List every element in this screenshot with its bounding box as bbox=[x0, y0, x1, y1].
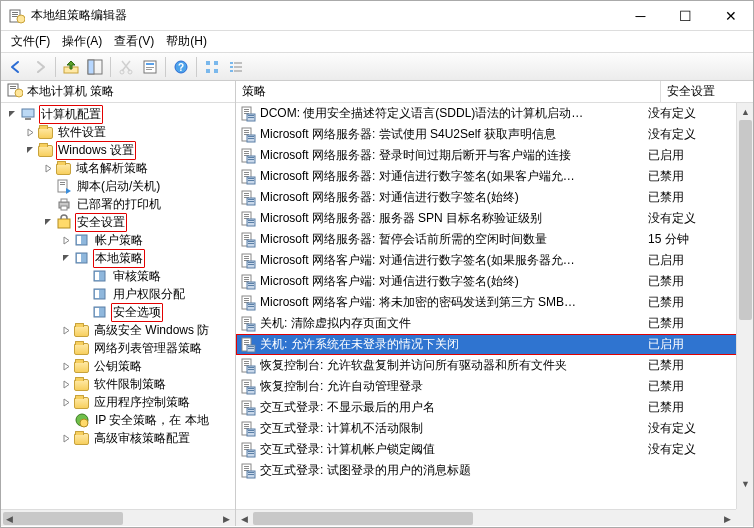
svg-rect-23 bbox=[234, 66, 242, 68]
view-icons-button[interactable] bbox=[201, 56, 223, 78]
scroll-right-icon[interactable]: ▶ bbox=[719, 510, 736, 526]
column-setting[interactable]: 安全设置 bbox=[661, 81, 753, 103]
tree-pubkey[interactable]: 公钥策略 bbox=[92, 357, 144, 376]
view-list-button[interactable] bbox=[225, 56, 247, 78]
policy-setting: 已禁用 bbox=[644, 273, 736, 290]
tree-security-options[interactable]: 安全选项 bbox=[111, 303, 163, 322]
expand-icon[interactable] bbox=[23, 146, 37, 155]
tree-dns[interactable]: 域名解析策略 bbox=[74, 159, 150, 178]
list-vert-scrollbar[interactable]: ▲ ▼ bbox=[736, 103, 753, 509]
policy-setting: 已启用 bbox=[644, 336, 736, 353]
list-row[interactable]: 交互式登录: 试图登录的用户的消息标题 bbox=[236, 460, 753, 481]
list-body[interactable]: DCOM: 使用安全描述符定义语言(SDDL)语法的计算机启动…没有定义Micr… bbox=[236, 103, 753, 509]
collapse-icon[interactable] bbox=[23, 128, 37, 137]
list-row[interactable]: Microsoft 网络服务器: 暂停会话前所需的空闲时间数量15 分钟 bbox=[236, 229, 753, 250]
list-row[interactable]: DCOM: 使用安全描述符定义语言(SDDL)语法的计算机启动…没有定义 bbox=[236, 103, 753, 124]
list-row[interactable]: Microsoft 网络客户端: 对通信进行数字签名(始终)已禁用 bbox=[236, 271, 753, 292]
list-row[interactable]: Microsoft 网络服务器: 尝试使用 S4U2Self 获取声明信息没有定… bbox=[236, 124, 753, 145]
policy-name: 关机: 允许系统在未登录的情况下关闭 bbox=[260, 336, 644, 353]
tree-appctrl[interactable]: 应用程序控制策略 bbox=[92, 393, 192, 412]
policy-item-icon bbox=[240, 379, 256, 395]
close-button[interactable]: ✕ bbox=[708, 1, 753, 30]
list-row[interactable]: Microsoft 网络客户端: 对通信进行数字签名(如果服务器允…已启用 bbox=[236, 250, 753, 271]
tree-rights[interactable]: 用户权限分配 bbox=[111, 285, 187, 304]
collapse-icon[interactable] bbox=[41, 164, 55, 173]
tree-netlist[interactable]: 网络列表管理器策略 bbox=[92, 339, 204, 358]
collapse-icon[interactable] bbox=[59, 398, 73, 407]
menu-view[interactable]: 查看(V) bbox=[108, 33, 160, 50]
policy-name: 交互式登录: 计算机帐户锁定阈值 bbox=[260, 441, 644, 458]
list-row[interactable]: Microsoft 网络服务器: 登录时间过期后断开与客户端的连接已启用 bbox=[236, 145, 753, 166]
collapse-icon[interactable] bbox=[59, 236, 73, 245]
tree-body[interactable]: 计算机配置 软件设置 Windows 设置 域名解析策略 · 脚本(启动/关机) bbox=[1, 103, 235, 509]
svg-rect-108 bbox=[244, 277, 249, 278]
tree-audit[interactable]: 审核策略 bbox=[111, 267, 163, 286]
policy-setting: 没有定义 bbox=[644, 210, 736, 227]
expand-icon[interactable] bbox=[59, 254, 73, 263]
collapse-icon[interactable] bbox=[59, 326, 73, 335]
tree-computer-config[interactable]: 计算机配置 bbox=[39, 105, 103, 124]
cut-button bbox=[115, 56, 137, 78]
computer-icon bbox=[20, 106, 36, 122]
tree-ipsec[interactable]: IP 安全策略，在 本地 bbox=[93, 411, 211, 430]
list-row[interactable]: 恢复控制台: 允许自动管理登录已禁用 bbox=[236, 376, 753, 397]
menu-help[interactable]: 帮助(H) bbox=[160, 33, 213, 50]
tree-account[interactable]: 帐户策略 bbox=[93, 231, 145, 250]
menu-file[interactable]: 文件(F) bbox=[5, 33, 56, 50]
tree-horiz-scrollbar[interactable]: ◀ ▶ bbox=[1, 509, 235, 526]
scroll-left-icon[interactable]: ◀ bbox=[1, 510, 18, 527]
list-pane: 策略 安全设置 DCOM: 使用安全描述符定义语言(SDDL)语法的计算机启动…… bbox=[236, 81, 753, 526]
policy-setting: 已启用 bbox=[644, 252, 736, 269]
maximize-button[interactable]: ☐ bbox=[663, 1, 708, 30]
collapse-icon[interactable] bbox=[59, 380, 73, 389]
tree-advwin[interactable]: 高级安全 Windows 防 bbox=[92, 321, 211, 340]
properties-button[interactable] bbox=[139, 56, 161, 78]
list-row[interactable]: 恢复控制台: 允许软盘复制并访问所有驱动器和所有文件夹已禁用 bbox=[236, 355, 753, 376]
expand-icon[interactable] bbox=[41, 218, 55, 227]
list-row[interactable]: Microsoft 网络客户端: 将未加密的密码发送到第三方 SMB…已禁用 bbox=[236, 292, 753, 313]
list-row[interactable]: 交互式登录: 不显示最后的用户名已禁用 bbox=[236, 397, 753, 418]
tree-scripts[interactable]: 脚本(启动/关机) bbox=[75, 177, 162, 196]
tree-windows-settings[interactable]: Windows 设置 bbox=[56, 141, 136, 160]
scroll-up-icon[interactable]: ▲ bbox=[737, 103, 753, 120]
column-policy[interactable]: 策略 bbox=[236, 81, 661, 103]
help-button[interactable]: ? bbox=[170, 56, 192, 78]
list-row[interactable]: Microsoft 网络服务器: 对通信进行数字签名(始终)已禁用 bbox=[236, 187, 753, 208]
show-hide-button[interactable] bbox=[84, 56, 106, 78]
expand-icon[interactable] bbox=[5, 110, 19, 119]
collapse-icon[interactable] bbox=[59, 362, 73, 371]
svg-rect-105 bbox=[248, 262, 254, 263]
list-row[interactable]: Microsoft 网络服务器: 服务器 SPN 目标名称验证级别没有定义 bbox=[236, 208, 753, 229]
policy-name: Microsoft 网络服务器: 暂停会话前所需的空闲时间数量 bbox=[260, 231, 644, 248]
scroll-right-icon[interactable]: ▶ bbox=[218, 510, 235, 527]
list-row[interactable]: 关机: 允许系统在未登录的情况下关闭已启用 bbox=[236, 334, 753, 355]
tree-advaudit[interactable]: 高级审核策略配置 bbox=[92, 429, 192, 448]
tree-printers[interactable]: 已部署的打印机 bbox=[75, 195, 163, 214]
policy-setting: 已禁用 bbox=[644, 189, 736, 206]
tree-softrestrict[interactable]: 软件限制策略 bbox=[92, 375, 168, 394]
minimize-button[interactable]: ─ bbox=[618, 1, 663, 30]
up-button[interactable] bbox=[60, 56, 82, 78]
book-icon bbox=[74, 232, 90, 248]
tree-local-policy[interactable]: 本地策略 bbox=[93, 249, 145, 268]
svg-rect-33 bbox=[60, 182, 65, 183]
tree-security[interactable]: 安全设置 bbox=[75, 213, 127, 232]
svg-rect-172 bbox=[244, 468, 249, 469]
list-row[interactable]: 交互式登录: 计算机帐户锁定阈值没有定义 bbox=[236, 439, 753, 460]
list-horiz-scrollbar[interactable]: ◀ ▶ bbox=[236, 509, 736, 526]
svg-rect-137 bbox=[244, 363, 249, 364]
menu-action[interactable]: 操作(A) bbox=[56, 33, 108, 50]
svg-point-50 bbox=[80, 419, 88, 427]
back-button[interactable] bbox=[5, 56, 27, 78]
list-row[interactable]: 关机: 清除虚拟内存页面文件已禁用 bbox=[236, 313, 753, 334]
list-row[interactable]: Microsoft 网络服务器: 对通信进行数字签名(如果客户端允…已禁用 bbox=[236, 166, 753, 187]
forward-button[interactable] bbox=[29, 56, 51, 78]
tree-root-label[interactable]: 本地计算机 策略 bbox=[27, 83, 114, 100]
printer-icon bbox=[56, 196, 72, 212]
scroll-down-icon[interactable]: ▼ bbox=[737, 475, 753, 492]
scroll-left-icon[interactable]: ◀ bbox=[236, 510, 253, 526]
list-row[interactable]: 交互式登录: 计算机不活动限制没有定义 bbox=[236, 418, 753, 439]
svg-point-4 bbox=[17, 15, 25, 23]
collapse-icon[interactable] bbox=[59, 434, 73, 443]
tree-software[interactable]: 软件设置 bbox=[56, 123, 108, 142]
